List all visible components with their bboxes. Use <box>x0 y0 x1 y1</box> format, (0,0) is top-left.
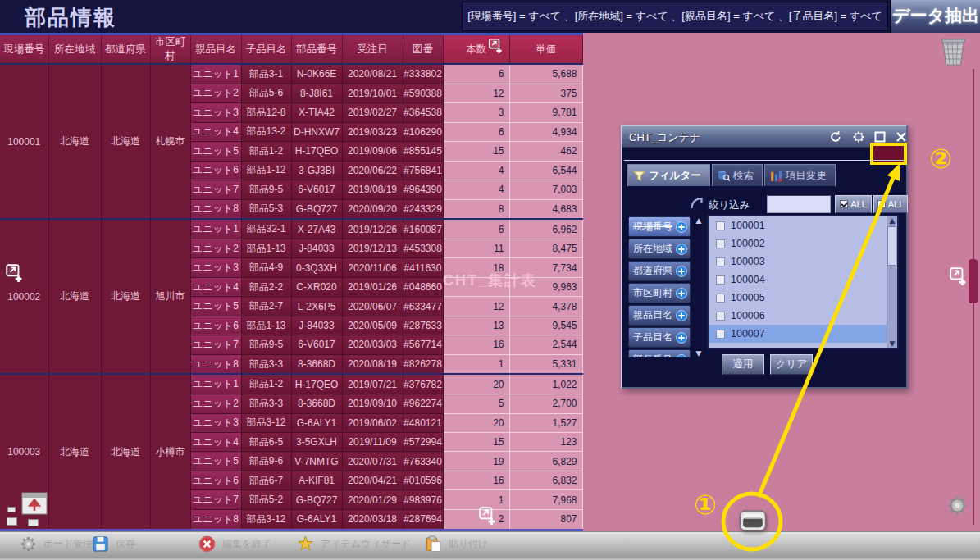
cell-figure-number[interactable]: #590388 <box>403 84 443 102</box>
column-header-9[interactable]: 本数 <box>443 34 509 65</box>
cell-figure-number[interactable]: #106290 <box>403 122 443 141</box>
cell-part-number[interactable]: 8-3668D <box>291 354 342 374</box>
cell-order-date[interactable]: 2020/08/19 <box>342 354 403 374</box>
cell-city[interactable]: 旭川市 <box>150 219 190 374</box>
cell-unit-price[interactable]: 8,475 <box>509 239 582 257</box>
cell-figure-number[interactable]: #453308 <box>403 239 443 257</box>
checkbox-item-100005[interactable]: 100005 <box>709 289 897 307</box>
cell-part[interactable]: 部品5-6 <box>241 84 291 102</box>
cell-part-number[interactable]: H-17QEO <box>291 374 342 394</box>
cell-figure-number[interactable]: #480121 <box>403 413 443 432</box>
cell-quantity[interactable]: 16 <box>443 335 509 354</box>
tab-検索[interactable]: 検索 <box>712 164 763 186</box>
cell-part[interactable]: 部品12-8 <box>241 103 291 122</box>
cell-part-number[interactable]: 8-3668D <box>291 394 342 413</box>
cell-order-date[interactable]: 2020/11/06 <box>342 258 403 277</box>
cell-quantity[interactable]: 6 <box>443 122 509 141</box>
column-header-10[interactable]: 単価 <box>509 34 582 65</box>
cell-part[interactable]: 部品3-3 <box>241 394 291 413</box>
add-field-plus-icon[interactable] <box>676 288 687 299</box>
cell-part-number[interactable]: N-0K66E <box>291 64 342 84</box>
cell-quantity[interactable]: 6 <box>443 219 509 239</box>
curved-arrow-icon[interactable] <box>689 195 704 211</box>
cell-figure-number[interactable]: #364538 <box>403 103 443 122</box>
cell-unit[interactable]: ユニット5 <box>190 297 241 316</box>
cell-unit-price[interactable]: 2,700 <box>509 394 582 413</box>
scrollbar-thumb[interactable] <box>887 226 896 266</box>
cell-unit-price[interactable]: 7,968 <box>509 490 582 509</box>
add-field-plus-icon[interactable] <box>676 244 687 255</box>
checkbox-item-100007[interactable]: 100007 <box>709 325 897 343</box>
cell-figure-number[interactable]: #983976 <box>403 490 443 509</box>
cell-city[interactable]: 小樽市 <box>150 374 190 530</box>
cell-part[interactable]: 部品5-2 <box>241 490 291 509</box>
column-header-4[interactable]: 親品目名 <box>190 34 241 65</box>
checkbox-icon[interactable] <box>716 257 725 266</box>
cell-site-number[interactable]: 100001 <box>0 64 48 219</box>
cell-quantity[interactable]: 16 <box>443 471 509 489</box>
cell-quantity[interactable]: 2 <box>443 509 509 530</box>
cell-unit[interactable]: ユニット1 <box>190 374 241 394</box>
cell-order-date[interactable]: 2020/04/21 <box>342 471 403 489</box>
cell-figure-number[interactable]: #376782 <box>403 374 443 394</box>
cell-quantity[interactable]: 4 <box>443 180 509 199</box>
field-item-親品目名[interactable]: 親品目名 <box>628 305 691 326</box>
cell-part[interactable]: 部品1-12 <box>241 161 291 180</box>
cell-part[interactable]: 部品3-12 <box>241 509 291 530</box>
highlighted-drop-area[interactable] <box>870 143 907 165</box>
cell-part-number[interactable]: G-BQ727 <box>291 199 342 219</box>
settings-gear-icon[interactable] <box>946 494 969 517</box>
cell-figure-number[interactable]: #567714 <box>403 335 443 354</box>
apply-button[interactable]: 適用 <box>722 354 764 375</box>
field-list-scrollbar[interactable]: ▲▼ <box>694 216 704 357</box>
cell-order-date[interactable]: 2019/09/10 <box>342 394 403 413</box>
cell-part[interactable]: 部品1-2 <box>241 374 291 394</box>
checkbox-icon[interactable] <box>716 239 725 248</box>
cell-figure-number[interactable]: #633477 <box>403 297 443 316</box>
cell-quantity[interactable]: 4 <box>443 161 509 180</box>
column-header-7[interactable]: 受注日 <box>342 34 403 65</box>
cell-unit-price[interactable]: 4,934 <box>509 122 582 141</box>
cell-part-number[interactable]: G-6ALY1 <box>291 509 342 530</box>
cell-order-date[interactable]: 2020/03/03 <box>342 335 403 354</box>
cell-figure-number[interactable]: #411630 <box>403 258 443 277</box>
cell-part[interactable]: 部品1-13 <box>241 316 291 335</box>
cell-part[interactable]: 部品9-5 <box>241 180 291 199</box>
cell-quantity[interactable]: 20 <box>443 413 509 432</box>
add-field-plus-icon[interactable] <box>676 354 687 358</box>
checkbox-icon[interactable] <box>716 312 725 321</box>
table-row[interactable]: 100003北海道北海道小樽市ユニット1部品1-2H-17QEO2019/07/… <box>0 374 582 394</box>
cell-city[interactable]: 札幌市 <box>150 64 190 219</box>
cell-order-date[interactable]: 2019/02/27 <box>342 103 403 122</box>
cell-unit-price[interactable]: 9,963 <box>509 277 582 296</box>
resize-handle-icon[interactable] <box>7 507 16 512</box>
cell-figure-number[interactable]: #572994 <box>403 432 443 451</box>
cell-part-number[interactable]: C-XR020 <box>291 277 342 296</box>
select-all-button[interactable]: ALL <box>835 195 872 213</box>
cell-unit-price[interactable]: 7,003 <box>509 180 582 199</box>
cell-unit-price[interactable]: 1,022 <box>509 374 582 394</box>
cell-region[interactable]: 北海道 <box>48 219 101 374</box>
cell-unit-price[interactable]: 807 <box>509 509 582 530</box>
cell-unit[interactable]: ユニット5 <box>190 142 241 161</box>
cell-unit-price[interactable]: 6,962 <box>509 219 582 239</box>
cell-order-date[interactable]: 2019/07/21 <box>342 374 403 394</box>
cell-figure-number[interactable]: #826278 <box>403 354 443 374</box>
cell-unit[interactable]: ユニット1 <box>190 64 241 84</box>
cell-unit-price[interactable]: 2,544 <box>509 335 582 354</box>
cell-unit-price[interactable]: 6,544 <box>509 161 582 180</box>
cell-order-date[interactable]: 2020/07/31 <box>342 452 403 471</box>
checkbox-item-100008[interactable]: 100008 <box>709 343 897 349</box>
column-header-5[interactable]: 子品目名 <box>241 34 291 65</box>
cell-part[interactable]: 部品13-2 <box>241 122 291 141</box>
cell-site-number[interactable]: 100002 <box>0 219 48 374</box>
toolbar-item-gear[interactable]: ボード管理 <box>20 535 93 553</box>
field-item-市区町村[interactable]: 市区町村 <box>628 283 691 303</box>
cell-order-date[interactable]: 2020/06/07 <box>342 297 403 316</box>
field-item-現場番号[interactable]: 現場番号 <box>628 216 691 237</box>
popout-plus-icon[interactable] <box>478 505 496 526</box>
cell-figure-number[interactable]: #287694 <box>403 509 443 530</box>
cell-order-date[interactable]: 2019/08/19 <box>342 180 403 199</box>
cell-quantity[interactable]: 1 <box>443 490 509 509</box>
cell-unit[interactable]: ユニット8 <box>190 199 241 219</box>
